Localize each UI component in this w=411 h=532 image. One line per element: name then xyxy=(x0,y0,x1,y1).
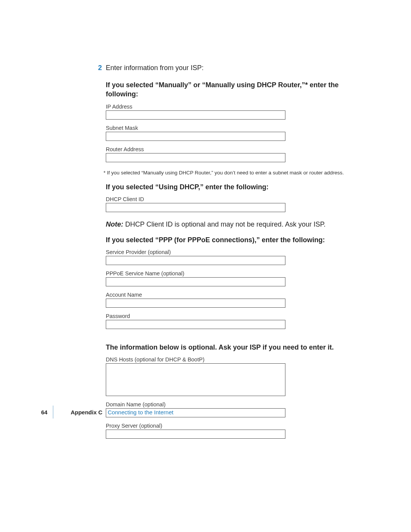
subnet-mask-box xyxy=(106,132,285,141)
field-subnet-mask: Subnet Mask xyxy=(106,125,349,141)
field-proxy-server: Proxy Server (optional) xyxy=(106,423,349,439)
field-ip-address: IP Address xyxy=(106,104,349,120)
note-label: Note: xyxy=(106,220,123,228)
field-account-name: Account Name xyxy=(106,292,349,308)
dhcp-client-id-box xyxy=(106,203,285,212)
section1-footnote: * If you selected “Manually using DHCP R… xyxy=(104,170,349,176)
step-row: 2 Enter information from your ISP: xyxy=(41,64,365,72)
section2-heading: If you selected “Using DHCP,” enter the … xyxy=(106,182,349,192)
field-service-provider: Service Provider (optional) xyxy=(106,249,349,265)
ip-address-label: IP Address xyxy=(106,104,349,110)
field-dns-hosts: DNS Hosts (optional for DHCP & BootP) xyxy=(106,356,349,396)
proxy-server-box xyxy=(106,430,285,439)
dns-hosts-label: DNS Hosts (optional for DHCP & BootP) xyxy=(106,356,349,363)
field-router-address: Router Address xyxy=(106,146,349,162)
note-line: Note: DHCP Client ID is optional and may… xyxy=(106,220,349,228)
service-provider-box xyxy=(106,256,285,265)
account-name-box xyxy=(106,299,285,308)
field-dhcp-client-id: DHCP Client ID xyxy=(106,196,349,212)
appendix-title: Connecting to the Internet xyxy=(108,409,174,415)
step-number: 2 xyxy=(41,64,106,72)
proxy-server-label: Proxy Server (optional) xyxy=(106,423,349,429)
field-pppoe-service-name: PPPoE Service Name (optional) xyxy=(106,270,349,286)
pppoe-service-name-box xyxy=(106,277,285,286)
pppoe-service-name-label: PPPoE Service Name (optional) xyxy=(106,270,349,276)
footer-divider xyxy=(53,406,53,419)
subnet-mask-label: Subnet Mask xyxy=(106,125,349,131)
password-box xyxy=(106,320,285,329)
dhcp-client-id-label: DHCP Client ID xyxy=(106,196,349,202)
router-address-label: Router Address xyxy=(106,146,349,152)
account-name-label: Account Name xyxy=(106,292,349,298)
appendix-label: Appendix C xyxy=(71,409,102,415)
field-password: Password xyxy=(106,313,349,329)
service-provider-label: Service Provider (optional) xyxy=(106,249,349,255)
domain-name-label: Domain Name (optional) xyxy=(106,401,349,407)
dns-hosts-box xyxy=(106,363,285,396)
page-footer: 64 Appendix C Connecting to the Internet xyxy=(41,409,174,415)
ip-address-box xyxy=(106,110,285,120)
page-number: 64 xyxy=(41,409,53,415)
note-text: DHCP Client ID is optional and may not b… xyxy=(123,220,326,228)
router-address-box xyxy=(106,153,285,162)
section3-heading: If you selected “PPP (for PPPoE connecti… xyxy=(106,235,349,244)
section4-heading: The information below is optional. Ask y… xyxy=(106,343,349,352)
password-label: Password xyxy=(106,313,349,319)
section1-heading: If you selected “Manually” or “Manually … xyxy=(106,80,349,99)
step-text: Enter information from your ISP: xyxy=(106,64,204,72)
